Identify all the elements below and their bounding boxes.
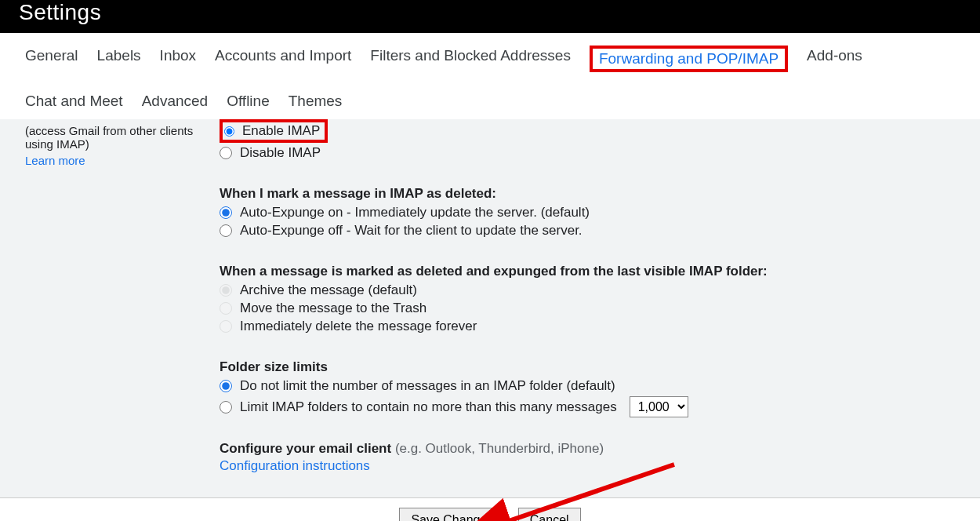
tab-filters-and-blocked-addresses[interactable]: Filters and Blocked Addresses	[370, 46, 571, 72]
delete-forever-label: Immediately delete the message forever	[240, 319, 477, 334]
expunge-off-label[interactable]: Auto-Expunge off - Wait for the client t…	[240, 223, 583, 239]
limit-radio[interactable]	[220, 401, 232, 414]
tab-add-ons[interactable]: Add-ons	[807, 46, 862, 72]
content-area: (access Gmail from other clients using I…	[0, 119, 980, 521]
tab-themes[interactable]: Themes	[289, 91, 343, 111]
imap-access-description: (access Gmail from other clients using I…	[25, 119, 220, 167]
tab-forwarding-and-pop-imap[interactable]: Forwarding and POP/IMAP	[590, 46, 788, 72]
delete-forever-radio	[220, 320, 232, 333]
learn-more-link[interactable]: Learn more	[25, 154, 85, 167]
tab-offline[interactable]: Offline	[227, 91, 270, 111]
archive-label: Archive the message (default)	[240, 282, 417, 298]
enable-imap-label[interactable]: Enable IMAP	[242, 123, 320, 139]
tab-advanced[interactable]: Advanced	[142, 91, 209, 111]
no-limit-label[interactable]: Do not limit the number of messages in a…	[240, 378, 615, 394]
enable-imap-radio[interactable]	[224, 126, 234, 137]
header-bar: Settings	[0, 0, 980, 33]
page-title: Settings	[19, 0, 961, 25]
configure-grey: (e.g. Outlook, Thunderbird, iPhone)	[391, 441, 604, 456]
footer-buttons: Save Changes Cancel	[0, 497, 980, 521]
settings-tabs: GeneralLabelsInboxAccounts and ImportFil…	[0, 33, 980, 119]
save-changes-button[interactable]: Save Changes	[399, 508, 505, 521]
expunged-section-title: When a message is marked as deleted and …	[220, 264, 955, 279]
disable-imap-label[interactable]: Disable IMAP	[240, 145, 321, 161]
trash-label: Move the message to the Trash	[240, 301, 426, 316]
tab-labels[interactable]: Labels	[97, 46, 141, 72]
imap-desc-line1: (access Gmail from other clients	[25, 124, 220, 137]
tab-accounts-and-import[interactable]: Accounts and Import	[215, 46, 351, 72]
tab-general[interactable]: General	[25, 46, 78, 72]
expunge-off-radio[interactable]	[220, 224, 232, 237]
tab-inbox[interactable]: Inbox	[160, 46, 196, 72]
archive-radio	[220, 284, 232, 297]
configure-bold: Configure your email client	[220, 441, 391, 456]
cancel-button[interactable]: Cancel	[518, 508, 581, 521]
deleted-section-title: When I mark a message in IMAP as deleted…	[220, 186, 955, 202]
no-limit-radio[interactable]	[220, 380, 232, 392]
tab-chat-and-meet[interactable]: Chat and Meet	[25, 91, 123, 111]
folder-limits-title: Folder size limits	[220, 359, 955, 375]
enable-imap-highlight: Enable IMAP	[220, 119, 328, 143]
disable-imap-radio[interactable]	[220, 147, 232, 159]
limit-label[interactable]: Limit IMAP folders to contain no more th…	[240, 399, 617, 415]
limit-select[interactable]: 1,000	[630, 396, 688, 417]
config-instructions-link[interactable]: Configuration instructions	[220, 458, 370, 474]
imap-desc-line2: using IMAP)	[25, 137, 220, 151]
expunge-on-radio[interactable]	[220, 206, 232, 219]
expunge-on-label[interactable]: Auto-Expunge on - Immediately update the…	[240, 205, 590, 220]
trash-radio	[220, 302, 232, 315]
